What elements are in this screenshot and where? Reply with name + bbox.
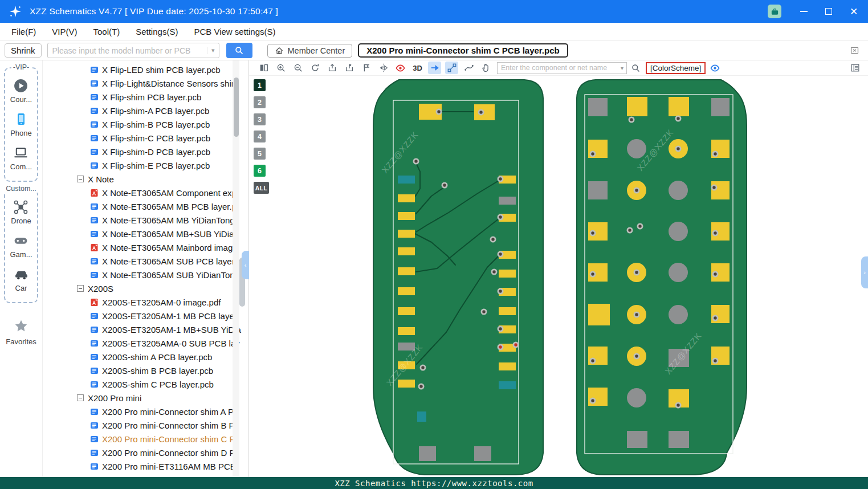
tree-item[interactable]: X200S-ET3205AMA-0 SUB PCB lay <box>43 336 248 350</box>
pcb-canvas-area[interactable]: 123456ALL XZZ@XZZKXZZ@XZZKXZZ@XZZKXZZ@XZ… <box>249 76 868 477</box>
pcb-board-back[interactable]: XZZ@XZZKXZZ@XZZK <box>577 80 747 475</box>
menu-item-pcb-view-settings[interactable]: PCB View settings(S) <box>186 25 283 39</box>
app-window: XZZ Schematics V4.77 [ VIP Due date: 202… <box>0 0 868 489</box>
pcb-file-icon <box>90 148 99 156</box>
close-button[interactable]: ✕ <box>845 3 862 19</box>
vip-briefcase-icon[interactable] <box>768 5 781 18</box>
minimize-button[interactable] <box>795 3 812 19</box>
app-logo-icon <box>8 4 23 19</box>
colorscheme-button[interactable]: [ColorScheme] <box>646 62 706 74</box>
collapse-icon[interactable] <box>77 176 84 182</box>
collapse-icon[interactable] <box>77 394 84 401</box>
export-flag-icon <box>344 63 354 73</box>
sidebar-item-favorites[interactable]: Favorites <box>6 318 36 346</box>
sidebar-item-course[interactable]: Cour... <box>10 78 32 104</box>
view-3d-button[interactable]: 3D <box>411 62 424 74</box>
zoom-in-button[interactable] <box>274 62 287 74</box>
eye-icon[interactable] <box>710 63 720 74</box>
component-search-input[interactable] <box>498 64 618 72</box>
tree-item[interactable]: X Flip-shim-E PCB layer.pcb <box>43 158 248 172</box>
export-button[interactable] <box>325 62 339 74</box>
menu-item-settings[interactable]: Settings(S) <box>128 25 186 39</box>
layers-panel-icon[interactable] <box>850 63 861 73</box>
tree-item[interactable]: X200 Pro mini-ET3116AM MB PCB <box>43 459 248 473</box>
tree-item[interactable]: X Flip-shim PCB layer.pcb <box>43 90 248 104</box>
layer-button-4[interactable]: 4 <box>254 131 266 142</box>
layer-button-2[interactable]: 2 <box>254 96 266 108</box>
tree-item[interactable]: X Note-ET3065AM Mainbord imag <box>43 241 248 254</box>
tree-scrollbar-thumb[interactable] <box>234 78 239 137</box>
tree-item[interactable]: X200 Pro mini-Connector shim B P <box>43 418 248 432</box>
layer-button-1[interactable]: 1 <box>254 79 266 91</box>
tree-item[interactable]: X Flip-shim-A PCB layer.pcb <box>43 104 248 117</box>
measure-button[interactable] <box>445 62 458 74</box>
marker-flag-button[interactable] <box>360 62 373 74</box>
chevron-down-icon[interactable]: ▾ <box>207 47 219 54</box>
sidebar-item-game[interactable]: Gam... <box>10 233 32 259</box>
select-arrow-button[interactable] <box>428 62 441 74</box>
tree-group[interactable]: X Note <box>43 172 248 186</box>
sidebar-item-car[interactable]: Car <box>13 266 29 292</box>
tree-item[interactable]: X200S-shim B PCB layer.pcb <box>43 364 248 377</box>
rotate-button[interactable] <box>308 62 321 74</box>
tree-item[interactable]: X Note-ET3065AM SUB YiDianTong <box>43 268 248 282</box>
zoom-out-button[interactable] <box>291 62 304 74</box>
tree-item[interactable]: X Note-ET3065AM MB YiDianTong <box>43 213 248 227</box>
tree-item[interactable]: X Flip-shim-C PCB layer.pcb <box>43 131 248 145</box>
pcb-render[interactable]: XZZ@XZZKXZZ@XZZKXZZ@XZZKXZZ@XZZK <box>249 76 868 477</box>
search-button[interactable] <box>226 43 252 58</box>
highlight-red-eye-button[interactable] <box>394 62 407 74</box>
export-alt-button[interactable] <box>343 62 356 74</box>
sidebar-group-0: -VIP-Cour...PhoneCom... <box>4 67 38 182</box>
tree-item[interactable]: X200S-ET3205AM-1 MB+SUB YiDia <box>43 323 248 336</box>
menu-item-tool[interactable]: Tool(T) <box>85 25 128 39</box>
pcb-file-icon <box>90 66 99 74</box>
tree-item[interactable]: X Flip-shim-D PCB layer.pcb <box>43 145 248 158</box>
flip-horizontal-button[interactable] <box>377 62 390 74</box>
collapse-tree-tab[interactable]: ‹ <box>242 251 249 279</box>
menu-item-vip[interactable]: VIP(V) <box>44 25 85 39</box>
tree-item[interactable]: X Note-ET3065AM SUB PCB layer.p <box>43 254 248 268</box>
layer-button-6[interactable]: 6 <box>254 165 266 177</box>
tree-item-label: X Flip-shim-A PCB layer.pcb <box>102 106 209 116</box>
shrink-button[interactable]: Shrink <box>5 43 42 58</box>
tree-item[interactable]: X Note-ET3065AM MB PCB layer.p <box>43 199 248 213</box>
layer-button-all[interactable]: ALL <box>254 182 269 194</box>
pcb-file-icon <box>90 339 99 348</box>
member-center-button[interactable]: Member Center <box>267 44 353 58</box>
search-icon[interactable] <box>631 63 641 73</box>
menu-item-file[interactable]: File(F) <box>3 25 44 39</box>
chevron-down-icon[interactable]: ▾ <box>618 65 626 71</box>
tree-item[interactable]: X Flip-Light&Distance Sensors shim <box>43 76 248 90</box>
tree-item[interactable]: X200S-shim C PCB layer.pcb <box>43 377 248 391</box>
split-view-button[interactable] <box>257 62 270 74</box>
pcb-board-front[interactable]: XZZ@XZZKXZZ@XZZK <box>373 80 543 475</box>
tree-item[interactable]: X Flip-shim-B PCB layer.pcb <box>43 117 248 131</box>
sidebar-item-drone[interactable]: Drone <box>11 199 31 225</box>
close-document-icon[interactable] <box>849 46 860 55</box>
maximize-button[interactable] <box>820 3 837 19</box>
tree-item[interactable]: X200S-ET3205AM-1 MB PCB layer. <box>43 309 248 323</box>
tree-item[interactable]: X200 Pro mini-ET3116AM MB+SUB <box>43 473 248 477</box>
collapse-icon[interactable] <box>77 285 84 292</box>
tree-item[interactable]: X Note-ET3065AM MB+SUB YiDian <box>43 227 248 241</box>
tree-item-label: X Note-ET3065AM Component exp <box>102 188 237 198</box>
sidebar-item-computer[interactable]: Com... <box>10 145 32 171</box>
curve-button[interactable] <box>462 62 475 74</box>
tree-item[interactable]: X200S-shim A PCB layer.pcb <box>43 350 248 364</box>
tree-item[interactable]: X Flip-LED shim PCB layer.pcb <box>43 63 248 76</box>
tree-item[interactable]: X Note-ET3065AM Component exp <box>43 186 248 199</box>
document-tab[interactable]: X200 Pro mini-Connector shim C PCB layer… <box>358 43 568 58</box>
tree-item[interactable]: X200S-ET3205AM-0 image.pdf <box>43 295 248 309</box>
tree-item[interactable]: X200 Pro mini-Connector shim D P <box>43 446 248 459</box>
sidebar-item-phone[interactable]: Phone <box>10 111 32 137</box>
tree-item[interactable]: X200 Pro mini-Connector shim C P <box>43 432 248 446</box>
expand-panel-tab[interactable]: › <box>861 256 868 288</box>
layer-button-5[interactable]: 5 <box>254 148 266 160</box>
model-search-input[interactable] <box>48 46 207 55</box>
tree-group[interactable]: X200S <box>43 282 248 295</box>
pan-hand-button[interactable] <box>479 62 492 74</box>
tree-item[interactable]: X200 Pro mini-Connector shim A P <box>43 405 248 418</box>
layer-button-3[interactable]: 3 <box>254 113 266 125</box>
tree-group[interactable]: X200 Pro mini <box>43 391 248 405</box>
